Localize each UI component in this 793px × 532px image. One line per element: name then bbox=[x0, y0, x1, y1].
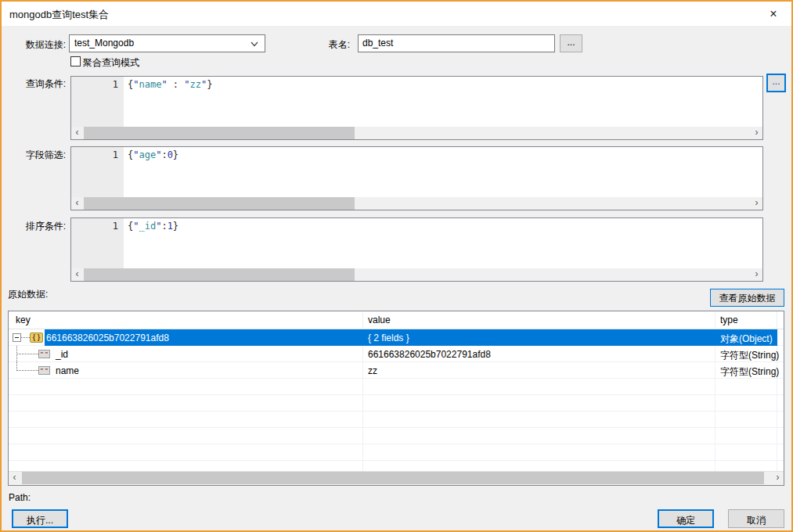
scroll-left-icon[interactable]: ‹ bbox=[71, 268, 83, 281]
key-cell[interactable]: " "_id bbox=[9, 346, 363, 361]
field-filter-editor[interactable]: 1 {"age":0} ‹ › bbox=[70, 146, 763, 210]
table-row-empty bbox=[9, 444, 784, 461]
aggregate-mode-checkbox[interactable] bbox=[70, 56, 81, 66]
cancel-button[interactable]: 取消 bbox=[728, 509, 784, 528]
scroll-left-icon[interactable]: ‹ bbox=[71, 197, 83, 210]
table-row[interactable]: " "namezz字符型(String) bbox=[9, 362, 784, 379]
query-condition-label: 查询条件: bbox=[8, 77, 66, 91]
close-icon: × bbox=[770, 7, 777, 20]
title-bar: mongodb查询test集合 × bbox=[2, 2, 791, 26]
scroll-right-icon[interactable]: › bbox=[751, 268, 762, 281]
window-title: mongodb查询test集合 bbox=[9, 8, 109, 22]
table-row[interactable]: { }661663826025b7022791afd8{ 2 fields }对… bbox=[9, 329, 784, 346]
type-cell[interactable]: 字符型(String) bbox=[716, 346, 777, 361]
scrollbar-thumb[interactable] bbox=[84, 268, 355, 281]
table-name-label: 表名: bbox=[311, 38, 350, 52]
line-number-gutter: 1 bbox=[71, 147, 124, 197]
object-icon: { } bbox=[30, 332, 43, 343]
scroll-right-icon[interactable]: › bbox=[751, 197, 762, 210]
connection-select[interactable]: test_Mongodb bbox=[69, 34, 265, 52]
connection-value: test_Mongodb bbox=[74, 38, 134, 49]
column-header-type[interactable]: type bbox=[716, 311, 777, 329]
scroll-left-icon[interactable]: ‹ bbox=[71, 127, 83, 139]
table-header: key value type bbox=[9, 311, 784, 329]
sort-condition-code[interactable]: {"_id":1} bbox=[128, 221, 178, 232]
table-name-value: db_test bbox=[362, 38, 393, 49]
scroll-right-icon[interactable]: › bbox=[772, 472, 784, 484]
scrollbar-thumb[interactable] bbox=[22, 472, 764, 484]
table-hscrollbar[interactable]: ‹ › bbox=[9, 471, 784, 485]
column-header-value[interactable]: value bbox=[363, 311, 716, 329]
value-cell[interactable]: zz bbox=[363, 362, 716, 378]
raw-data-label: 原始数据: bbox=[8, 288, 48, 301]
line-number-gutter: 1 bbox=[71, 77, 124, 127]
key-cell[interactable]: " "name bbox=[9, 362, 363, 378]
editor-hscrollbar[interactable]: ‹ › bbox=[71, 197, 762, 210]
editor-hscrollbar[interactable]: ‹ › bbox=[71, 268, 762, 281]
key-cell[interactable]: { }661663826025b7022791afd8 bbox=[9, 329, 363, 345]
sort-condition-label: 排序条件: bbox=[8, 220, 66, 233]
field-filter-code[interactable]: {"age":0} bbox=[128, 149, 178, 160]
aggregate-mode-label: 聚合查询模式 bbox=[83, 56, 139, 70]
query-condition-editor[interactable]: 1 {"name" : "zz"} ‹ › bbox=[70, 76, 763, 140]
query-condition-browse-button[interactable]: ... bbox=[766, 74, 786, 92]
line-number-gutter: 1 bbox=[71, 218, 124, 268]
table-row-empty bbox=[9, 428, 784, 444]
connection-label: 数据连接: bbox=[8, 38, 66, 52]
table-row-empty bbox=[9, 395, 784, 412]
view-raw-data-button[interactable]: 查看原始数据 bbox=[710, 289, 784, 307]
editor-hscrollbar[interactable]: ‹ › bbox=[71, 127, 762, 139]
key-text: _id bbox=[56, 349, 68, 360]
key-text: name bbox=[56, 365, 79, 376]
scroll-left-icon[interactable]: ‹ bbox=[9, 472, 20, 484]
dialog-window: mongodb查询test集合 × 数据连接: test_Mongodb 表名:… bbox=[0, 0, 793, 532]
path-label: Path: bbox=[9, 492, 31, 503]
result-tree-rows: { }661663826025b7022791afd8{ 2 fields }对… bbox=[9, 329, 784, 477]
execute-button[interactable]: 执行... bbox=[12, 509, 68, 528]
browse-table-button[interactable]: ... bbox=[560, 34, 582, 52]
tree-line bbox=[21, 337, 30, 338]
column-header-key[interactable]: key bbox=[9, 311, 363, 329]
value-cell[interactable]: { 2 fields } bbox=[363, 329, 716, 345]
field-filter-label: 字段筛选: bbox=[8, 149, 66, 162]
tree-line bbox=[16, 370, 38, 371]
query-condition-code[interactable]: {"name" : "zz"} bbox=[128, 79, 212, 90]
table-row[interactable]: " "_id661663826025b7022791afd8字符型(String… bbox=[9, 346, 784, 362]
string-icon: " " bbox=[38, 366, 50, 375]
table-name-input[interactable]: db_test bbox=[358, 34, 555, 52]
ok-button[interactable]: 确定 bbox=[658, 509, 714, 528]
chevron-down-icon bbox=[251, 41, 258, 47]
value-cell[interactable]: 661663826025b7022791afd8 bbox=[363, 346, 716, 361]
close-button[interactable]: × bbox=[762, 4, 785, 23]
type-cell[interactable]: 对象(Object) bbox=[716, 329, 777, 345]
result-tree-table: key value type { }661663826025b7022791af… bbox=[8, 311, 784, 486]
scrollbar-thumb[interactable] bbox=[84, 197, 355, 210]
table-row-empty bbox=[9, 379, 784, 395]
table-row-empty bbox=[9, 412, 784, 428]
scroll-right-icon[interactable]: › bbox=[751, 127, 762, 139]
key-text: 661663826025b7022791afd8 bbox=[46, 332, 169, 343]
string-icon: " " bbox=[38, 350, 50, 358]
scrollbar-thumb[interactable] bbox=[84, 127, 355, 139]
collapse-toggle-icon[interactable] bbox=[13, 333, 21, 342]
type-cell[interactable]: 字符型(String) bbox=[716, 362, 777, 378]
tree-line bbox=[16, 354, 38, 354]
sort-condition-editor[interactable]: 1 {"_id":1} ‹ › bbox=[70, 217, 763, 282]
